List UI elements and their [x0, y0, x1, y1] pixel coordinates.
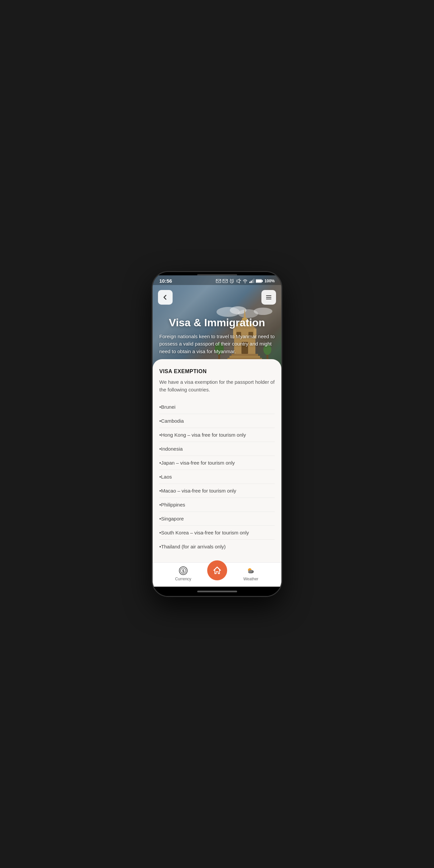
list-item: •Japan – visa-free for tourism only — [159, 456, 275, 470]
mute-icon — [236, 278, 241, 284]
list-item: •Hong Kong – visa free for tourism only — [159, 428, 275, 442]
svg-rect-41 — [262, 280, 263, 282]
hero-section: 10:56 — [153, 275, 281, 369]
svg-point-35 — [245, 283, 245, 283]
wifi-icon — [243, 278, 248, 284]
svg-text:$: $ — [182, 569, 184, 574]
svg-rect-38 — [252, 280, 253, 283]
svg-rect-37 — [251, 281, 252, 283]
section-description: We have a visa exemption for the passpor… — [159, 378, 275, 394]
svg-line-30 — [230, 279, 231, 280]
alarm-icon — [229, 278, 235, 284]
hero-subtitle: Foreign nationals keen to travel to Myan… — [159, 333, 275, 355]
hero-nav — [153, 287, 281, 307]
svg-rect-36 — [249, 282, 250, 283]
currency-label: Currency — [175, 577, 191, 581]
list-item: •Brunei — [159, 400, 275, 414]
weather-icon — [246, 566, 255, 575]
svg-marker-32 — [237, 279, 240, 283]
status-icons: 100% — [216, 278, 275, 284]
screen: 10:56 — [153, 275, 281, 587]
countries-list: •Brunei•Cambodia•Hong Kong – visa free f… — [159, 400, 275, 553]
menu-icon — [266, 294, 272, 301]
list-item: •Cambodia — [159, 414, 275, 428]
gmail-icon — [216, 278, 221, 284]
home-icon — [213, 566, 222, 575]
currency-icon: $ — [179, 566, 188, 575]
list-item: •Philippines — [159, 498, 275, 512]
weather-label: Weather — [243, 577, 258, 581]
svg-rect-39 — [253, 279, 254, 283]
svg-rect-42 — [256, 280, 261, 282]
svg-line-31 — [233, 279, 234, 280]
svg-rect-26 — [223, 279, 227, 283]
phone-bottom-bar — [153, 587, 281, 596]
svg-point-53 — [250, 570, 252, 572]
menu-button[interactable] — [261, 290, 276, 305]
bottom-navigation: $ Currency — [153, 562, 281, 587]
list-item: •Singapore — [159, 512, 275, 526]
page-title: Visa & Immigration — [159, 317, 275, 329]
nav-item-home[interactable] — [207, 560, 227, 580]
list-item: •Macao – visa-free for tourism only — [159, 484, 275, 498]
back-arrow-icon — [162, 294, 168, 301]
nav-item-currency[interactable]: $ Currency — [159, 566, 207, 581]
gmail-icon-2 — [222, 278, 228, 284]
phone-notch — [153, 272, 281, 275]
hero-content: Visa & Immigration Foreign nationals kee… — [153, 317, 281, 355]
signal-icon — [249, 278, 254, 284]
phone-frame: 10:56 — [152, 271, 282, 597]
nav-item-weather[interactable]: Weather — [227, 566, 275, 581]
content-card: VISA EXEMPTION We have a visa exemption … — [153, 359, 281, 587]
svg-point-3 — [254, 308, 272, 315]
section-title: VISA EXEMPTION — [159, 369, 275, 374]
status-bar: 10:56 — [153, 275, 281, 285]
list-item: •Thailand (for air arrivals only) — [159, 540, 275, 553]
bottom-indicator — [197, 591, 237, 592]
status-time: 10:56 — [159, 278, 172, 284]
list-item: •Indonesia — [159, 442, 275, 456]
battery-percentage: 100% — [265, 279, 275, 283]
list-item: •Laos — [159, 470, 275, 484]
svg-rect-25 — [216, 279, 221, 283]
svg-line-29 — [232, 281, 232, 282]
back-button[interactable] — [158, 290, 173, 305]
battery-icon — [256, 279, 263, 283]
list-item: •South Korea – visa-free for tourism onl… — [159, 526, 275, 540]
